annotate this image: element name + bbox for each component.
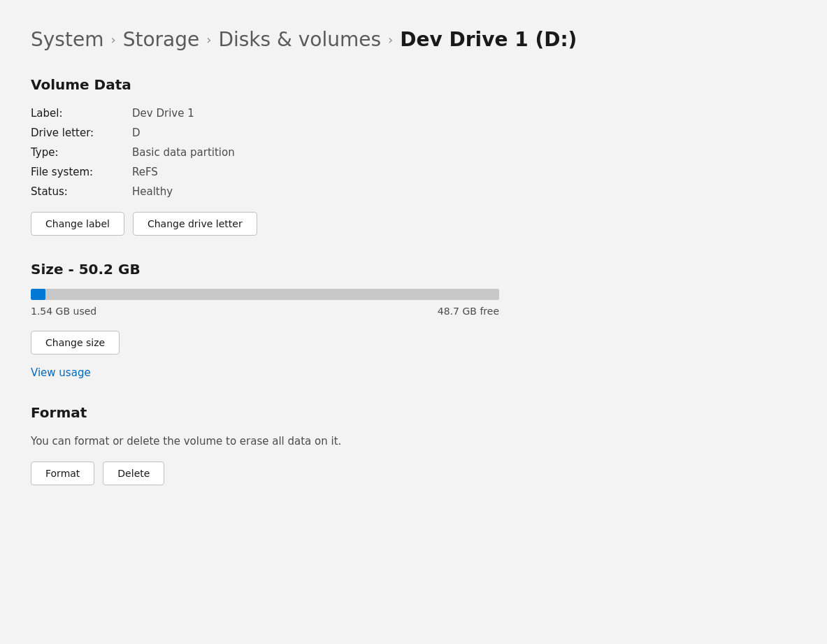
label-row: Label: Dev Drive 1 (31, 107, 796, 120)
delete-button[interactable]: Delete (103, 461, 164, 485)
breadcrumb-separator-2: › (206, 32, 211, 47)
breadcrumb-system[interactable]: System (31, 28, 103, 51)
format-button[interactable]: Format (31, 461, 94, 485)
size-button-group: Change size (31, 331, 796, 355)
size-title: Size - 50.2 GB (31, 261, 796, 278)
breadcrumb-separator-1: › (110, 32, 115, 47)
file-system-row: File system: ReFS (31, 166, 796, 178)
breadcrumb-current: Dev Drive 1 (D:) (400, 28, 577, 51)
drive-letter-row: Drive letter: D (31, 127, 796, 139)
format-description: You can format or delete the volume to e… (31, 435, 796, 448)
breadcrumb-separator-3: › (388, 32, 393, 47)
volume-data-title: Volume Data (31, 76, 796, 93)
status-row: Status: Healthy (31, 185, 796, 198)
view-usage-container: View usage (31, 366, 796, 379)
drive-letter-key: Drive letter: (31, 127, 132, 139)
used-label: 1.54 GB used (31, 306, 96, 317)
file-system-key: File system: (31, 166, 132, 178)
breadcrumb-storage[interactable]: Storage (123, 28, 200, 51)
breadcrumb-disks-volumes[interactable]: Disks & volumes (218, 28, 381, 51)
change-label-button[interactable]: Change label (31, 212, 124, 236)
format-button-group: Format Delete (31, 461, 796, 485)
status-key: Status: (31, 185, 132, 198)
free-label: 48.7 GB free (438, 306, 499, 317)
format-title: Format (31, 404, 796, 421)
storage-used-fill (31, 289, 45, 300)
volume-data-section: Volume Data Label: Dev Drive 1 Drive let… (31, 76, 796, 236)
volume-button-group: Change label Change drive letter (31, 212, 796, 236)
label-value: Dev Drive 1 (132, 107, 194, 120)
change-drive-letter-button[interactable]: Change drive letter (133, 212, 257, 236)
label-key: Label: (31, 107, 132, 120)
type-row: Type: Basic data partition (31, 146, 796, 159)
storage-labels: 1.54 GB used 48.7 GB free (31, 306, 499, 317)
status-value: Healthy (132, 185, 173, 198)
type-value: Basic data partition (132, 146, 235, 159)
breadcrumb: System › Storage › Disks & volumes › Dev… (31, 28, 796, 51)
type-key: Type: (31, 146, 132, 159)
size-section: Size - 50.2 GB 1.54 GB used 48.7 GB free… (31, 261, 796, 379)
view-usage-link[interactable]: View usage (31, 366, 91, 379)
drive-letter-value: D (132, 127, 141, 139)
change-size-button[interactable]: Change size (31, 331, 120, 355)
file-system-value: ReFS (132, 166, 158, 178)
storage-progress-bar (31, 289, 499, 300)
format-section: Format You can format or delete the volu… (31, 404, 796, 485)
